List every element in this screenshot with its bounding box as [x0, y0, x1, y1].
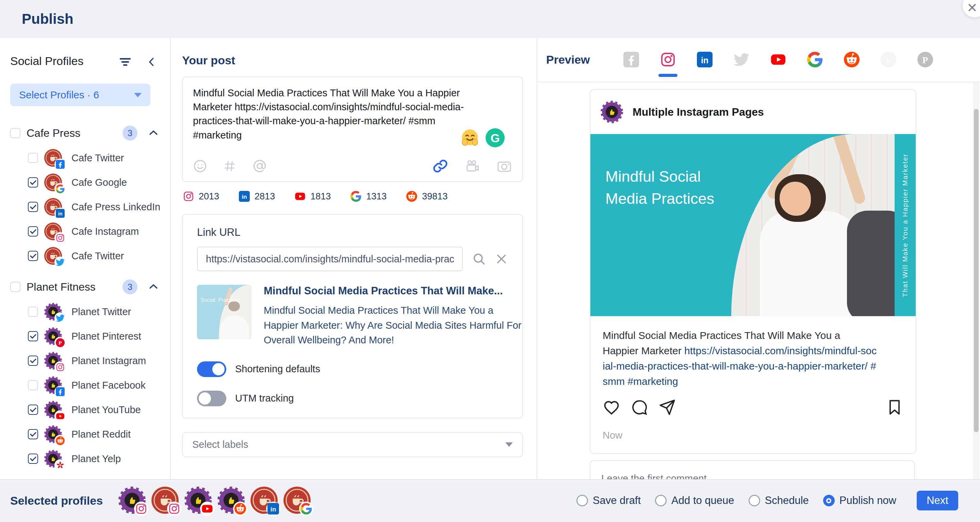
link-preview-thumbnail: Social Practices	[197, 285, 251, 339]
profile-row[interactable]: Planet Instagram	[0, 349, 170, 373]
next-button[interactable]: Next	[917, 491, 958, 511]
attach-video-icon[interactable]	[465, 158, 480, 174]
tab-pinterest[interactable]	[917, 52, 933, 67]
profile-checkbox[interactable]	[28, 153, 38, 163]
profile-row[interactable]: Planet Twitter	[0, 299, 170, 324]
avatar[interactable]	[118, 487, 146, 514]
tab-instagram[interactable]	[660, 52, 676, 67]
schedule-option[interactable]: Schedule	[749, 495, 809, 507]
compose-column: Your post Mindful Social Media Practices…	[171, 38, 537, 479]
group-checkbox[interactable]	[10, 128, 21, 138]
instagram-icon	[135, 503, 147, 514]
page-title: Publish	[22, 11, 73, 27]
instagram-icon	[56, 363, 65, 372]
profile-checkbox[interactable]	[28, 454, 38, 464]
profile-row[interactable]: Planet Facebook	[0, 373, 170, 398]
instagram-post-preview: Multiple Instagram Pages Mindful Social …	[590, 89, 916, 454]
preview-scrollbar[interactable]	[973, 82, 979, 479]
publish-now-label: Publish now	[840, 495, 896, 507]
group-header-planet-fitness[interactable]: Planet Fitness 3	[0, 274, 170, 299]
add-to-queue-option[interactable]: Add to queue	[655, 495, 734, 507]
like-icon[interactable]	[603, 398, 620, 416]
scrollbar-thumb[interactable]	[974, 109, 978, 432]
profile-checkbox[interactable]	[28, 356, 38, 366]
tab-reddit[interactable]	[844, 52, 859, 67]
avatar[interactable]	[151, 487, 179, 514]
avatar[interactable]	[250, 487, 278, 514]
profile-row[interactable]: Cafe Press LinkedIn	[0, 195, 170, 219]
publish-now-radio[interactable]	[823, 495, 835, 506]
profile-checkbox[interactable]	[28, 177, 38, 188]
tab-twitter[interactable]	[733, 52, 749, 67]
youtube-icon	[770, 52, 786, 67]
profile-row[interactable]: Cafe Twitter	[0, 243, 170, 268]
profile-checkbox[interactable]	[28, 429, 38, 439]
profile-label: Planet YouTube	[72, 404, 141, 415]
tab-youtube[interactable]	[770, 52, 786, 67]
profile-checkbox[interactable]	[28, 404, 38, 415]
emoji-picker-icon[interactable]	[193, 159, 207, 173]
select-labels-dropdown[interactable]: Select labels	[182, 432, 523, 457]
clear-url-icon[interactable]	[495, 253, 508, 266]
share-icon[interactable]	[659, 398, 676, 416]
instagram-count: 2013	[199, 191, 219, 202]
profile-row[interactable]: Planet Pinterest	[0, 324, 170, 349]
chevron-up-icon[interactable]	[148, 127, 159, 139]
avatar[interactable]	[185, 487, 212, 514]
link-url-input[interactable]	[197, 247, 463, 271]
search-icon[interactable]	[472, 252, 486, 266]
group-header-cafe-press[interactable]: Cafe Press 3	[0, 121, 170, 146]
tab-google[interactable]	[807, 52, 823, 67]
footer-bar: Selected profiles Save draft Add to queu…	[0, 479, 980, 522]
profile-checkbox[interactable]	[28, 331, 38, 341]
group-checkbox[interactable]	[10, 282, 21, 292]
avatar[interactable]	[218, 487, 245, 514]
add-to-queue-radio[interactable]	[655, 495, 667, 506]
instagram-icon	[660, 52, 676, 67]
tab-vimeo[interactable]	[881, 52, 896, 67]
shortening-defaults-toggle[interactable]	[197, 361, 226, 377]
tab-linkedin[interactable]	[697, 52, 713, 67]
hashtag-icon[interactable]	[223, 159, 237, 173]
schedule-radio[interactable]	[749, 495, 760, 506]
profile-row[interactable]: Planet Yelp	[0, 446, 170, 471]
utm-tracking-toggle[interactable]	[197, 391, 226, 406]
mention-icon[interactable]	[252, 159, 267, 173]
profile-row[interactable]: Cafe Google	[0, 170, 170, 195]
tab-facebook[interactable]	[624, 52, 639, 67]
post-text-input[interactable]: Mindful Social Media Practices That Will…	[193, 86, 485, 142]
vimeo-icon	[881, 52, 896, 67]
reddit-icon	[406, 191, 417, 202]
chevron-up-icon[interactable]	[148, 281, 159, 293]
publish-window: Publish ✕ Social Profiles Select Profile…	[0, 0, 980, 522]
profile-checkbox[interactable]	[28, 380, 38, 390]
publish-now-option[interactable]: Publish now	[823, 495, 896, 507]
attach-photo-icon[interactable]	[496, 158, 512, 174]
profile-checkbox[interactable]	[28, 307, 38, 317]
profile-row[interactable]: Cafe Instagram	[0, 219, 170, 243]
comment-icon[interactable]	[630, 398, 648, 416]
profile-checkbox[interactable]	[28, 202, 38, 212]
bookmark-icon[interactable]	[886, 398, 904, 416]
avatar[interactable]	[283, 487, 311, 514]
profile-label: Cafe Twitter	[72, 153, 124, 164]
twitter-icon	[56, 258, 65, 267]
profile-checkbox[interactable]	[28, 226, 38, 237]
collapse-sidebar-icon[interactable]	[146, 56, 158, 68]
profile-checkbox[interactable]	[28, 251, 38, 261]
post-composer[interactable]: Mindful Social Media Practices That Will…	[182, 76, 523, 182]
profile-label: Planet Twitter	[72, 306, 131, 317]
grammarly-icon[interactable]	[485, 128, 504, 147]
profile-row[interactable]: Cafe Twitter	[0, 146, 170, 170]
link-preview-title[interactable]: Mindful Social Media Practices That Will…	[264, 285, 529, 297]
profile-row[interactable]: Planet Reddit	[0, 422, 170, 446]
save-draft-radio[interactable]	[576, 495, 588, 506]
filter-icon[interactable]	[118, 55, 132, 69]
attach-link-icon[interactable]	[433, 158, 448, 174]
profile-label: Cafe Google	[72, 177, 127, 188]
link-url-section: Link URL Social Practices Mindful Social…	[182, 214, 523, 419]
profile-row[interactable]: Planet YouTube	[0, 398, 170, 422]
save-draft-option[interactable]: Save draft	[576, 495, 641, 507]
select-profiles-dropdown[interactable]: Select Profiles · 6	[10, 84, 150, 106]
utm-tracking-label: UTM tracking	[235, 393, 294, 404]
